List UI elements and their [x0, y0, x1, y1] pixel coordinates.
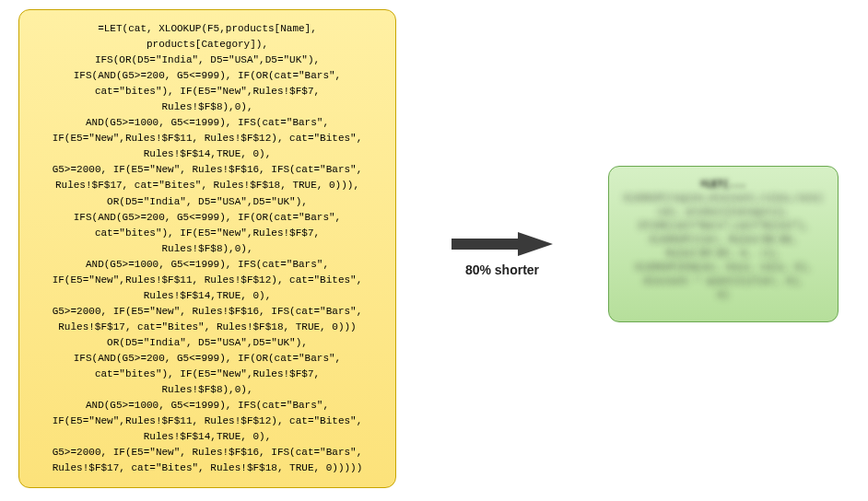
code-line: G5>=2000, IF(E5="New", Rules!$F$16, IFS(…: [29, 304, 386, 320]
code-line: IFS(AND(G5>=200, G5<=999), IF(OR(cat="Ba…: [29, 351, 386, 367]
code-line: AND(G5>=1000, G5<=1999), IFS(cat="Bars",: [29, 257, 386, 273]
code-line: IFS(AND(G5>=200, G5<=999), IF(OR(cat="Ba…: [29, 68, 386, 84]
code-line: IF(E5="New",Rules!$F$11, Rules!$F$12), c…: [29, 131, 386, 146]
code-line: Rules!$F$8),0),: [29, 241, 386, 257]
blurred-code-line: Rules!$F:$F, 0, -1),: [616, 247, 830, 261]
arrow-container: 80% shorter: [447, 230, 557, 277]
blurred-code-line: 0): [616, 288, 830, 302]
blurred-code-line: XLOOKUP(region,discount_rules,rate): [616, 192, 830, 205]
blurred-code-line: XLOOKUP(tier, Rules!$E:$E,: [616, 233, 830, 247]
code-line: Rules!$F$17, cat="Bites", Rules!$F$18, T…: [29, 178, 386, 193]
code-line: Rules!$F$8),0),: [29, 99, 386, 115]
blurred-code-line: IF(OR(cat="Bars",cat="Bites"),: [616, 219, 830, 233]
code-line: Rules!$F$14,TRUE, 0),: [29, 429, 386, 445]
blurred-code-line: =LET(...: [616, 178, 830, 192]
code-line: AND(G5>=1000, G5<=1999), IFS(cat="Bars",: [29, 398, 386, 414]
code-line: Rules!$F$8),0),: [29, 382, 386, 398]
blurred-code-line: XLOOKUP(E5&cat, keys, vals, 0),: [616, 261, 830, 274]
code-line: cat="bites"), IF(E5="New",Rules!$F$7,: [29, 226, 386, 241]
code-line: =LET(cat, XLOOKUP(F5,products[Name],: [29, 21, 386, 37]
blurred-code-line: cat, product[Category],: [616, 205, 830, 219]
code-line: Rules!$F$17, cat="Bites", Rules!$F$18, T…: [29, 320, 386, 335]
code-line: Rules!$F$14,TRUE, 0),: [29, 146, 386, 162]
short-formula-box: =LET(... XLOOKUP(region,discount_rules,r…: [608, 166, 839, 322]
code-line: Rules!$F$14,TRUE, 0),: [29, 288, 386, 304]
code-line: cat="bites"), IF(E5="New",Rules!$F$7,: [29, 367, 386, 382]
code-line: AND(G5>=1000, G5<=1999), IFS(cat="Bars",: [29, 115, 386, 131]
blurred-code-line: discount * quantityTier, 0),: [616, 274, 830, 288]
arrow-label: 80% shorter: [447, 262, 557, 277]
arrow-icon: [452, 230, 553, 258]
code-line: IFS(OR(D5="India", D5="USA",D5="UK"),: [29, 52, 386, 68]
code-line: OR(D5="India", D5="USA",D5="UK"),: [29, 335, 386, 351]
code-line: IFS(AND(G5>=200, G5<=999), IF(OR(cat="Ba…: [29, 210, 386, 226]
code-line: G5>=2000, IF(E5="New", Rules!$F$16, IFS(…: [29, 162, 386, 178]
code-line: OR(D5="India", D5="USA",D5="UK"),: [29, 194, 386, 210]
code-line: cat="bites"), IF(E5="New",Rules!$F$7,: [29, 84, 386, 99]
code-line: Rules!$F$17, cat="Bites", Rules!$F$18, T…: [29, 460, 386, 476]
code-line: IF(E5="New",Rules!$F$11, Rules!$F$12), c…: [29, 273, 386, 288]
code-line: IF(E5="New",Rules!$F$11, Rules!$F$12), c…: [29, 414, 386, 429]
code-line: products[Category]),: [29, 37, 386, 52]
long-formula-box: =LET(cat, XLOOKUP(F5,products[Name], pro…: [18, 9, 396, 488]
code-line: G5>=2000, IF(E5="New", Rules!$F$16, IFS(…: [29, 445, 386, 460]
svg-marker-0: [452, 232, 553, 256]
